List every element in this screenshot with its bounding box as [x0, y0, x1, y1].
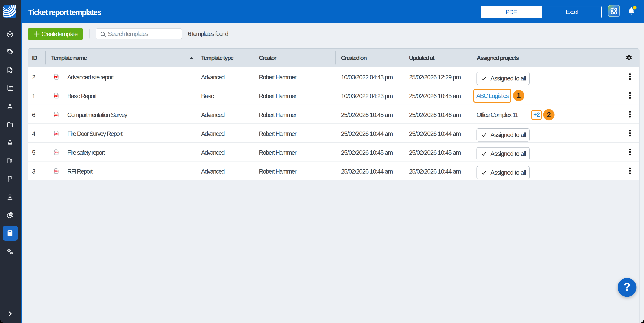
svg-text:PDF: PDF [54, 76, 57, 78]
svg-text:PDF: PDF [54, 152, 57, 154]
svg-text:PDF: PDF [54, 95, 57, 97]
svg-text:PDF: PDF [54, 133, 57, 134]
svg-text:PDF: PDF [54, 114, 57, 116]
svg-text:PDF: PDF [54, 170, 57, 172]
